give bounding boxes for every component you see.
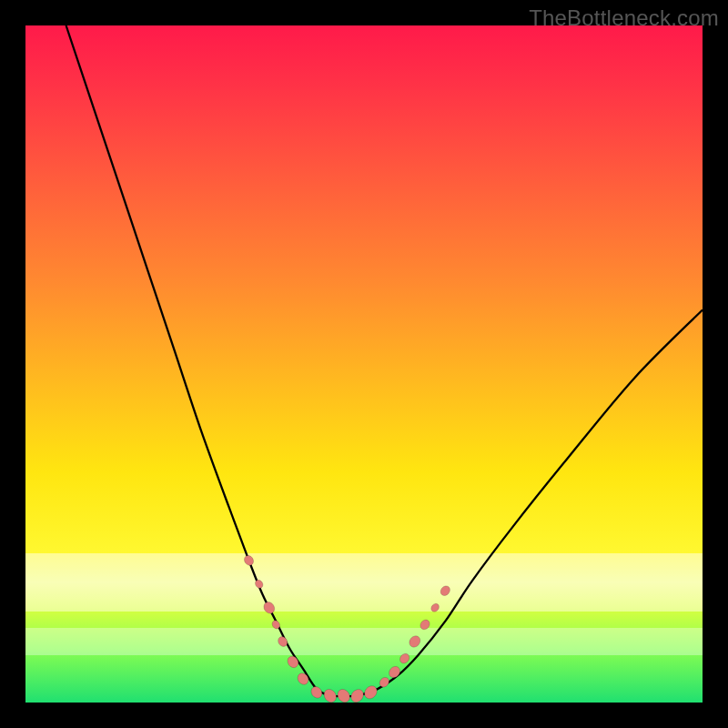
curve-marker	[349, 687, 366, 705]
curve-marker	[387, 664, 402, 680]
curve-marker	[309, 684, 325, 700]
curve-marker	[407, 633, 422, 649]
chart-frame: TheBottleneck.com	[0, 0, 728, 728]
curve-marker	[296, 671, 311, 686]
curve-marker	[254, 579, 265, 590]
curve-marker	[439, 584, 452, 598]
curve-marker	[321, 687, 339, 705]
chart-svg	[25, 25, 703, 703]
plot-area	[25, 25, 703, 703]
curve-marker	[419, 618, 432, 632]
marker-group	[242, 553, 451, 704]
curve-marker	[335, 687, 352, 705]
curve-marker	[430, 602, 440, 613]
bottleneck-curve-path	[66, 25, 703, 696]
curve-marker	[286, 654, 301, 670]
curve-marker	[262, 600, 278, 615]
curve-marker	[398, 652, 411, 665]
curve-marker	[242, 553, 255, 567]
curve-marker	[362, 683, 379, 702]
